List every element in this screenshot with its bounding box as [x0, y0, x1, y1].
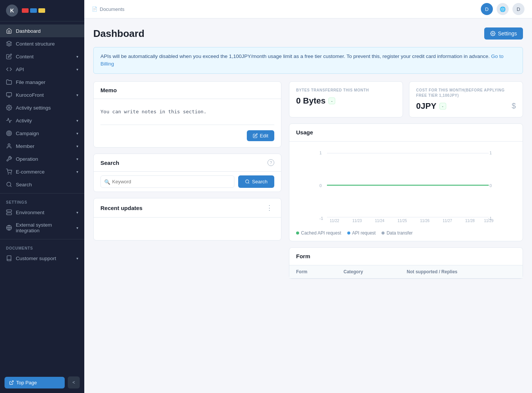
form-table-head: Form Category Not supported / Replies: [289, 265, 523, 279]
chevron-content: ▾: [76, 55, 78, 59]
form-col-form: Form: [289, 265, 337, 279]
memo-body-text: You can write notes in this section.: [100, 105, 274, 119]
sidebar-item-activity-settings[interactable]: Activity settings: [0, 101, 84, 114]
svg-text:11/28: 11/28: [465, 219, 474, 223]
legend-dot-api: [347, 232, 350, 235]
user-icon: [6, 143, 12, 149]
cost-stat-label: COST FOR THIS MONTH(BEFORE APPLYING FREE…: [416, 88, 516, 98]
memo-card-body: You can write notes in this section. Edi…: [94, 99, 281, 148]
folder-icon: [6, 79, 12, 85]
memo-title: Memo: [100, 87, 117, 93]
svg-line-19: [11, 381, 13, 383]
sidebar-item-kurocofront[interactable]: KurocoFront ▾: [0, 88, 84, 101]
search-input-icon: 🔍: [104, 179, 110, 184]
user-avatar-button[interactable]: D: [512, 3, 524, 15]
user-initial-blue: D: [485, 6, 488, 12]
chart-legend: Cached API request API request Data tran…: [289, 227, 523, 241]
bytes-stat-badge[interactable]: -: [328, 97, 335, 104]
code-icon: [6, 66, 12, 72]
cost-stat-badge[interactable]: -: [439, 103, 446, 110]
svg-marker-0: [6, 41, 11, 44]
sidebar-label-environment: Environment: [16, 210, 44, 215]
svg-text:11/26: 11/26: [420, 219, 429, 223]
sidebar-item-api[interactable]: API ▾: [0, 63, 84, 76]
bytes-stat-value: 0 Bytes: [296, 96, 325, 106]
recent-updates-card: Recent updates ⋮: [93, 198, 281, 241]
search-button[interactable]: Search: [238, 175, 274, 188]
user-initial-blue-button[interactable]: D: [481, 3, 493, 15]
edit-memo-button[interactable]: Edit: [247, 130, 274, 141]
usage-chart-card: Usage 1 0 -1 1 0 -1: [289, 123, 523, 241]
svg-text:11/29: 11/29: [484, 219, 493, 223]
sidebar-item-member[interactable]: Member ▾: [0, 140, 84, 152]
sidebar-label-activity: Activity: [16, 118, 32, 123]
settings-section-label: SETTINGS: [0, 196, 84, 206]
user-initial-gray: D: [517, 6, 520, 12]
svg-text:-1: -1: [319, 216, 323, 221]
collapse-sidebar-button[interactable]: <: [68, 376, 80, 388]
sidebar-label-kurocofront: KurocoFront: [16, 92, 44, 98]
form-col-category: Category: [337, 265, 400, 279]
legend-label-cached: Cached API request: [301, 230, 341, 236]
top-page-label: Top Page: [16, 380, 37, 385]
chart-area: 1 0 -1 1 0 -1: [289, 142, 523, 227]
sidebar-item-content[interactable]: Content ▾: [0, 50, 84, 63]
logo-area: K: [0, 0, 84, 21]
svg-point-10: [11, 174, 11, 174]
flag-yellow: [38, 8, 45, 13]
search-btn-icon: [245, 179, 250, 184]
sidebar-item-operation[interactable]: Operation ▾: [0, 152, 84, 165]
sidebar-item-content-structure[interactable]: Content structure: [0, 37, 84, 50]
legend-api-request: API request: [347, 230, 376, 236]
chevron-ecommerce: ▾: [76, 170, 78, 174]
sidebar-item-ecommerce[interactable]: E-commerce ▾: [0, 165, 84, 178]
search-row: 🔍 Search: [94, 172, 281, 192]
bytes-stat-label: BYTES TRANSFERRED THIS MONTH: [296, 88, 396, 93]
sidebar-nav: Dashboard Content structure Content ▾ AP…: [0, 21, 84, 372]
sidebar-item-dashboard[interactable]: Dashboard: [0, 24, 84, 37]
globe-button[interactable]: 🌐: [497, 3, 509, 15]
top-page-button[interactable]: Top Page: [5, 377, 65, 388]
sidebar-label-customer-support: Customer support: [16, 256, 56, 261]
form-col-replies: Not supported / Replies: [400, 265, 523, 279]
alert-text: APIs will be automatically disabled when…: [100, 53, 490, 59]
sidebar-label-dashboard: Dashboard: [16, 28, 41, 34]
sidebar-item-external-integration[interactable]: External system integration ▾: [0, 219, 84, 237]
edit-button-label: Edit: [260, 133, 268, 139]
sidebar-item-search[interactable]: Search: [0, 178, 84, 191]
svg-point-8: [8, 144, 10, 146]
svg-text:0: 0: [319, 183, 322, 188]
svg-text:11/24: 11/24: [375, 219, 384, 223]
sidebar-item-customer-support[interactable]: Customer support ▾: [0, 252, 84, 265]
svg-text:11/23: 11/23: [352, 219, 362, 223]
usage-svg: 1 0 -1 1 0 -1: [296, 148, 516, 223]
settings-button[interactable]: Settings: [484, 27, 523, 40]
svg-text:11/27: 11/27: [442, 219, 452, 223]
divider-settings: [0, 193, 84, 193]
svg-line-22: [248, 183, 249, 183]
sidebar-label-content: Content: [16, 54, 33, 59]
search-input[interactable]: [100, 175, 234, 188]
flag-red: [22, 8, 29, 13]
sidebar: K Dashboard Content structure Content ▾ …: [0, 0, 84, 393]
document-icon: 📄: [92, 6, 97, 12]
flag-blue: [30, 8, 37, 13]
sidebar-item-environment[interactable]: Environment ▾: [0, 206, 84, 219]
svg-point-4: [8, 107, 10, 108]
sidebar-item-activity[interactable]: Activity ▾: [0, 114, 84, 127]
alert-banner: APIs will be automatically disabled when…: [93, 47, 523, 74]
svg-point-6: [8, 132, 11, 135]
form-table: Form Category Not supported / Replies: [289, 265, 523, 279]
sidebar-item-file-manager[interactable]: File manager: [0, 76, 84, 88]
cost-stat-card: COST FOR THIS MONTH(BEFORE APPLYING FREE…: [409, 81, 523, 117]
recent-updates-title: Recent updates: [100, 205, 143, 211]
more-icon[interactable]: ⋮: [264, 204, 274, 212]
edit-icon: [6, 53, 12, 59]
bytes-stat-value-row: 0 Bytes -: [296, 96, 396, 106]
legend-dot-transfer: [382, 232, 385, 235]
sidebar-item-campaign[interactable]: Campaign ▾: [0, 127, 84, 140]
target-icon: [6, 130, 12, 136]
search-widget-header: Search ?: [94, 154, 281, 172]
usage-chart-header: Usage: [289, 124, 523, 142]
chevron-environment: ▾: [76, 210, 78, 215]
